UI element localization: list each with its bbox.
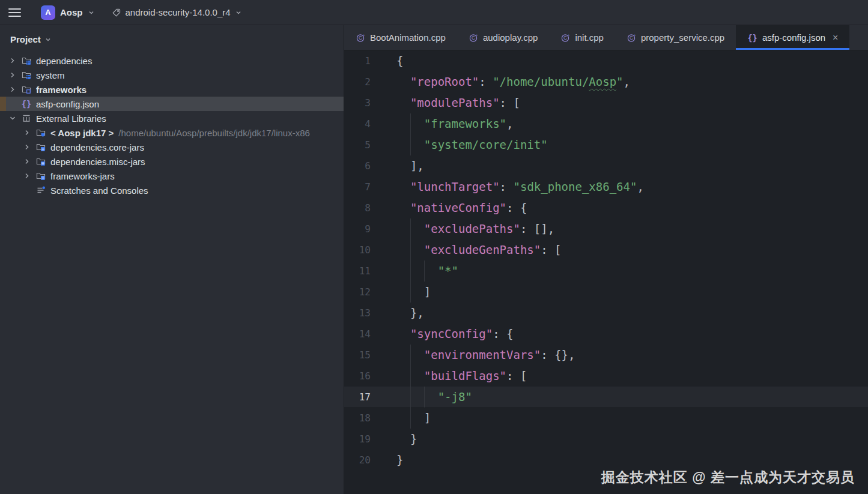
tab-label: audioplay.cpp [483, 32, 538, 43]
tab-close-icon[interactable]: × [833, 33, 838, 43]
code-line-15[interactable]: 15 "environmentVars": {}, [344, 345, 868, 366]
chevron-right-icon[interactable] [23, 172, 31, 179]
code-text: "excludePaths": [], [396, 218, 554, 239]
tab-asfp-config-json[interactable]: {}asfp-config.json× [736, 25, 849, 50]
chevron-right-icon[interactable] [9, 71, 16, 79]
svg-text:+: + [363, 33, 365, 37]
jar-folder-icon [36, 171, 46, 181]
svg-text:C: C [472, 35, 475, 41]
code-line-7[interactable]: 7 "lunchTarget": "sdk_phone_x86_64", [344, 176, 868, 197]
tree-item-asfp-config-json[interactable]: {}asfp-config.json [0, 97, 344, 111]
line-number[interactable]: 11 [344, 261, 371, 282]
code-line-18[interactable]: 18 ] [344, 408, 868, 429]
tree-item-system[interactable]: system [0, 68, 344, 82]
cpp-file-icon: C+ [627, 33, 636, 43]
main-area: Project dependenciessystemframeworks{}as… [0, 25, 868, 494]
code-line-16[interactable]: 16 "buildFlags": [ [344, 366, 868, 387]
tree-item-scratches-and-consoles[interactable]: Scratches and Consoles [0, 183, 344, 197]
code-line-20[interactable]: 20} [344, 450, 868, 471]
tree-item-aosp-jdk17[interactable]: < Aosp jdk17 >/home/ubuntu/Aosp/prebuilt… [0, 125, 344, 140]
line-number[interactable]: 7 [344, 176, 371, 197]
tab-init-cpp[interactable]: C+init.cpp [549, 25, 615, 50]
line-number[interactable]: 15 [344, 345, 371, 366]
code-text: "-j8" [396, 387, 472, 408]
code-line-1[interactable]: 1{ [344, 50, 868, 71]
line-number[interactable]: 5 [344, 134, 371, 155]
jdk-folder-icon [36, 128, 46, 137]
line-number[interactable]: 10 [344, 239, 371, 261]
code-line-13[interactable]: 13 }, [344, 303, 868, 324]
line-number[interactable]: 16 [344, 366, 371, 387]
chevron-right-icon[interactable] [9, 86, 16, 93]
tab-label: property_service.cpp [641, 32, 724, 43]
code-line-9[interactable]: 9 "excludePaths": [], [344, 218, 868, 239]
tree-item-label: External Libraries [36, 113, 106, 124]
code-line-5[interactable]: 5 "system/core/init" [344, 134, 868, 155]
tree-item-dependencies-core-jars[interactable]: dependencies.core-jars [0, 140, 344, 154]
project-widget[interactable]: A Aosp [37, 4, 99, 22]
project-name: Aosp [60, 7, 83, 17]
code-line-12[interactable]: 12 ] [344, 282, 868, 303]
tab-audioplay-cpp[interactable]: C+audioplay.cpp [457, 25, 549, 50]
line-number[interactable]: 1 [344, 50, 371, 71]
chevron-down-icon [44, 36, 52, 43]
tree-item-dependencies-misc-jars[interactable]: dependencies.misc-jars [0, 154, 344, 169]
branch-name: android-security-14.0.0_r4 [126, 7, 231, 17]
vcs-branch-widget[interactable]: android-security-14.0.0_r4 [108, 5, 246, 19]
line-number[interactable]: 12 [344, 282, 371, 303]
chevron-right-icon[interactable] [9, 57, 16, 64]
cpp-file-icon: C+ [356, 33, 365, 43]
code-line-2[interactable]: 2 "repoRoot": "/home/ubuntu/Aosp", [344, 71, 868, 92]
tab-property-service-cpp[interactable]: C+property_service.cpp [615, 25, 736, 50]
chevron-right-icon[interactable] [23, 129, 31, 136]
tab-label: init.cpp [575, 32, 604, 43]
line-number[interactable]: 9 [344, 218, 371, 239]
project-view-header[interactable]: Project [0, 25, 344, 53]
editor[interactable]: 1{2 "repoRoot": "/home/ubuntu/Aosp",3 "m… [344, 50, 868, 494]
jar-folder-icon [36, 142, 46, 152]
svg-text:C: C [359, 35, 362, 41]
line-number[interactable]: 4 [344, 113, 371, 134]
tree-item-path: /home/ubuntu/Aosp/prebuilts/jdk/jdk17/li… [118, 128, 310, 138]
line-number[interactable]: 14 [344, 324, 371, 345]
line-number[interactable]: 6 [344, 155, 371, 176]
tree-item-frameworks[interactable]: frameworks [0, 82, 344, 97]
tag-icon [112, 8, 121, 17]
tree-item-external-libraries[interactable]: External Libraries [0, 111, 344, 125]
cpp-file-icon: C+ [469, 33, 478, 43]
code-text: "system/core/init" [396, 134, 548, 155]
code-text: "frameworks", [396, 113, 514, 134]
code-line-19[interactable]: 19 } [344, 429, 868, 450]
line-number[interactable]: 2 [344, 71, 371, 92]
chevron-down-icon [235, 9, 242, 16]
tab-bootanimation-cpp[interactable]: C+BootAnimation.cpp [344, 25, 457, 50]
json-icon: {} [22, 99, 32, 109]
code-line-17[interactable]: 17 "-j8" [344, 387, 868, 408]
tree-item-label: dependencies [36, 56, 92, 66]
line-number[interactable]: 17 [344, 387, 371, 408]
chevron-down-icon [88, 9, 95, 16]
code-line-8[interactable]: 8 "nativeConfig": { [344, 197, 868, 218]
chevron-right-icon[interactable] [23, 143, 31, 151]
line-number[interactable]: 18 [344, 408, 371, 429]
code-line-11[interactable]: 11 "*" [344, 261, 868, 282]
json-file-icon: {} [747, 33, 757, 43]
code-line-10[interactable]: 10 "excludeGenPaths": [ [344, 239, 868, 261]
chevron-down-icon[interactable] [9, 115, 16, 122]
line-number[interactable]: 19 [344, 429, 371, 450]
code-line-14[interactable]: 14 "syncConfig": { [344, 324, 868, 345]
code-line-4[interactable]: 4 "frameworks", [344, 113, 868, 134]
main-menu-icon[interactable] [7, 4, 28, 21]
code-line-3[interactable]: 3 "modulePaths": [ [344, 92, 868, 113]
tree-item-label: Scratches and Consoles [50, 185, 148, 196]
tree-item-dependencies[interactable]: dependencies [0, 53, 344, 68]
code-line-6[interactable]: 6 ], [344, 155, 868, 176]
line-number[interactable]: 8 [344, 197, 371, 218]
tree-item-frameworks-jars[interactable]: frameworks-jars [0, 169, 344, 183]
code-text: "*" [396, 261, 458, 282]
line-number[interactable]: 3 [344, 92, 371, 113]
chevron-right-icon[interactable] [23, 158, 31, 165]
svg-text:C: C [563, 35, 567, 41]
line-number[interactable]: 20 [344, 450, 371, 471]
line-number[interactable]: 13 [344, 303, 371, 324]
